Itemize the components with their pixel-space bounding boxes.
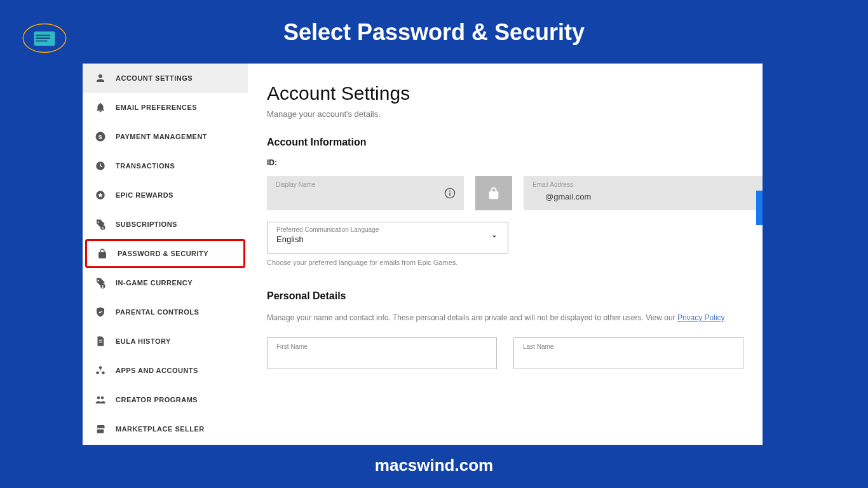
sidebar-item-label: PARENTAL CONTROLS: [116, 308, 236, 316]
sidebar-item-label: CREATOR PROGRAMS: [116, 396, 236, 403]
app-window: ACCOUNT SETTINGS EMAIL PREFERENCES $ PAY…: [83, 64, 763, 445]
sidebar-item-label: IN-GAME CURRENCY: [116, 279, 236, 287]
chevron-down-icon: [490, 232, 499, 243]
svg-rect-24: [449, 193, 451, 196]
page-title: Account Settings: [267, 83, 763, 104]
sidebar-item-label: EULA HISTORY: [116, 337, 236, 345]
bell-icon: [94, 101, 107, 114]
sidebar-item-transactions[interactable]: TRANSACTIONS: [83, 151, 248, 180]
section-account-info-title: Account Information: [267, 137, 763, 148]
lock-button[interactable]: [475, 176, 512, 210]
sidebar-item-label: PAYMENT MANAGEMENT: [116, 133, 236, 140]
sidebar-item-parental-controls[interactable]: PARENTAL CONTROLS: [83, 297, 248, 327]
person-icon: [94, 72, 107, 85]
sidebar-item-subscriptions[interactable]: S SUBSCRIPTIONS: [83, 210, 248, 239]
id-label: ID:: [267, 158, 763, 167]
display-name-label: Display Name: [276, 181, 315, 188]
sidebar-item-label: EPIC REWARDS: [116, 191, 236, 199]
language-select[interactable]: Preferred Communication Language English: [267, 222, 508, 254]
sidebar-item-label: MARKETPLACE SELLER: [116, 425, 236, 433]
display-name-field[interactable]: Display Name: [267, 176, 464, 210]
store-icon: [94, 423, 107, 435]
svg-text:$: $: [102, 285, 104, 288]
star-circle-icon: [94, 189, 107, 201]
section-personal-details-title: Personal Details: [267, 290, 763, 302]
dollar-icon: $: [94, 130, 107, 143]
last-name-field[interactable]: Last Name: [513, 337, 743, 369]
svg-point-17: [99, 366, 102, 369]
footer-watermark: macswind.com: [0, 456, 868, 475]
sidebar-item-payment-management[interactable]: $ PAYMENT MANAGEMENT: [83, 122, 248, 151]
privacy-policy-link[interactable]: Privacy Policy: [677, 313, 725, 322]
first-name-label: First Name: [276, 343, 487, 350]
apps-icon: [94, 364, 107, 377]
sidebar-item-epic-rewards[interactable]: EPIC REWARDS: [83, 180, 248, 210]
sidebar-item-label: TRANSACTIONS: [116, 162, 236, 170]
sidebar-item-eula-history[interactable]: EULA HISTORY: [83, 327, 248, 356]
svg-point-21: [101, 396, 104, 400]
instruction-title: Select Password & Security: [0, 19, 868, 46]
page-subtitle: Manage your account's details.: [267, 109, 763, 119]
tag-currency-icon: $: [94, 276, 107, 289]
edit-button-edge[interactable]: [756, 191, 763, 225]
sidebar-item-password-security[interactable]: PASSWORD & SECURITY: [85, 239, 245, 268]
sidebar-item-label: PASSWORD & SECURITY: [118, 250, 234, 257]
tag-sub-icon: S: [94, 218, 107, 231]
sidebar-item-label: ACCOUNT SETTINGS: [116, 74, 236, 82]
svg-point-9: [98, 222, 99, 223]
language-value: English: [276, 234, 499, 244]
sidebar-item-account-settings[interactable]: ACCOUNT SETTINGS: [83, 64, 248, 93]
svg-text:S: S: [102, 226, 104, 230]
svg-point-20: [97, 396, 100, 400]
sidebar-item-email-preferences[interactable]: EMAIL PREFERENCES: [83, 93, 248, 122]
svg-rect-15: [99, 340, 102, 341]
sidebar-item-in-game-currency[interactable]: $ IN-GAME CURRENCY: [83, 268, 248, 297]
first-name-field[interactable]: First Name: [267, 337, 497, 369]
sidebar-item-label: EMAIL PREFERENCES: [116, 104, 236, 111]
sidebar-item-marketplace-seller[interactable]: MARKETPLACE SELLER: [83, 414, 248, 444]
personal-details-description: Manage your name and contact info. These…: [267, 312, 763, 323]
svg-point-12: [98, 280, 99, 281]
sidebar-item-label: APPS AND ACCOUNTS: [116, 367, 236, 374]
clock-icon: [94, 159, 107, 172]
lock-icon: [96, 247, 109, 260]
shield-icon: [94, 306, 107, 318]
svg-point-23: [449, 191, 451, 192]
sidebar-item-label: SUBSCRIPTIONS: [116, 220, 236, 228]
people-icon: [94, 393, 107, 406]
main-content: Account Settings Manage your account's d…: [248, 64, 763, 445]
language-helper-text: Choose your preferred language for email…: [267, 259, 763, 266]
info-icon[interactable]: [444, 187, 456, 200]
sidebar-item-creator-programs[interactable]: CREATOR PROGRAMS: [83, 385, 248, 414]
email-value: @gmail.com: [545, 192, 591, 201]
svg-text:$: $: [98, 133, 102, 140]
language-label: Preferred Communication Language: [276, 226, 499, 233]
sidebar-item-apps-accounts[interactable]: APPS AND ACCOUNTS: [83, 356, 248, 385]
last-name-label: Last Name: [523, 343, 734, 350]
email-field[interactable]: Email Address @gmail.com: [524, 176, 763, 210]
doc-icon: [94, 335, 107, 348]
email-label: Email Address: [532, 181, 573, 188]
sidebar-nav: ACCOUNT SETTINGS EMAIL PREFERENCES $ PAY…: [83, 64, 248, 445]
svg-rect-16: [99, 342, 102, 342]
